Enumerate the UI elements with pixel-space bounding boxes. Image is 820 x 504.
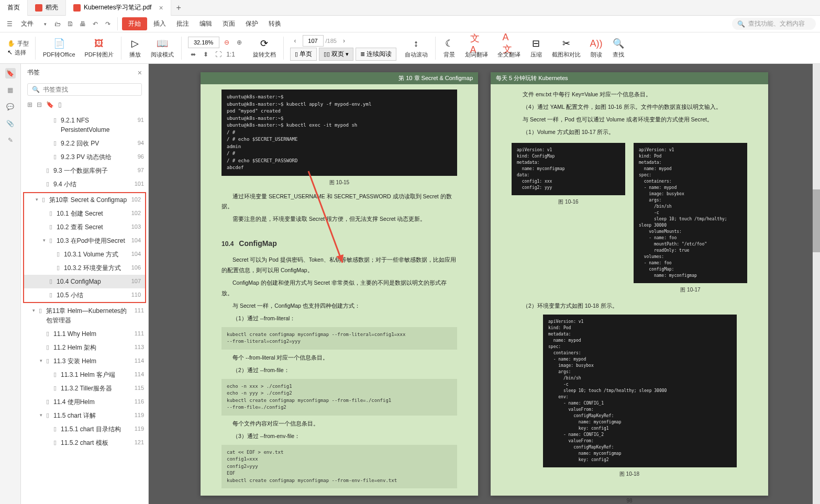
bookmark-icon: ▯ bbox=[49, 278, 57, 285]
bookmark-search-input[interactable] bbox=[43, 86, 137, 93]
bookmark-item[interactable]: ▯11.2 Helm 架构113 bbox=[21, 341, 148, 354]
actual-icon[interactable]: 1:1 bbox=[226, 49, 236, 60]
play-button[interactable]: ▷播放 bbox=[125, 36, 146, 60]
pdf-to-image[interactable]: 🖼PDF转图片 bbox=[81, 36, 118, 60]
page-menu[interactable]: 页面 bbox=[218, 17, 239, 30]
bookmark-icon: ▯ bbox=[42, 196, 49, 203]
speak-button[interactable]: A))朗读 bbox=[586, 36, 607, 60]
bookmark-item[interactable]: ▯11.3.2 Tiller服务器115 bbox=[21, 382, 148, 395]
menu-icon[interactable]: ☰ bbox=[4, 19, 15, 29]
attachment-rail-icon[interactable]: 📎 bbox=[5, 118, 16, 129]
bookmark-item[interactable]: ▾▯第10章 Secret & Configmap102 bbox=[24, 193, 145, 207]
open-icon[interactable]: 🗁 bbox=[52, 19, 63, 29]
zoom-out-icon[interactable]: ⊖ bbox=[221, 37, 232, 48]
zoom-input[interactable] bbox=[188, 37, 219, 48]
sidebar-close-icon[interactable]: × bbox=[138, 69, 142, 77]
tab-active-doc[interactable]: Kubernetes学习笔记.pdf× bbox=[66, 0, 171, 16]
compress-button[interactable]: ⊟压缩 bbox=[526, 36, 547, 60]
search-box[interactable]: 🔍查找功能、文档内容 bbox=[732, 18, 816, 30]
protect-menu[interactable]: 保护 bbox=[241, 17, 262, 30]
tab-docker[interactable]: 稻壳 bbox=[28, 0, 66, 16]
bookmark-search[interactable]: 🔍 bbox=[27, 83, 142, 96]
paragraph: ConfigMap 的创建和使用方式与 Secret 非常类似，主要的不同是数据… bbox=[221, 278, 457, 299]
background-button[interactable]: ☾背景 bbox=[439, 36, 460, 60]
bookmark-item[interactable]: ▯9.2.2 回收 PV94 bbox=[21, 137, 148, 150]
bookmark-item[interactable]: ▯10.2 查看 Secret103 bbox=[24, 220, 145, 234]
collapse-icon[interactable]: ⊟ bbox=[37, 101, 42, 108]
bookmark-item[interactable]: ▯10.5 小结110 bbox=[24, 288, 145, 302]
play-icon: ▷ bbox=[129, 37, 141, 50]
bookmark-item[interactable]: ▯9.2.1 NFS PersistentVolume91 bbox=[21, 114, 148, 137]
bookmark-item[interactable]: ▯9.4 小结101 bbox=[21, 177, 148, 191]
insert-menu[interactable]: 插入 bbox=[149, 17, 170, 30]
bookmark-item[interactable]: ▯11.1 Why Helm111 bbox=[21, 327, 148, 341]
scrollbar-thumb[interactable] bbox=[813, 189, 820, 252]
vertical-scrollbar[interactable] bbox=[813, 64, 820, 504]
bookmark-icon[interactable]: ▯ bbox=[58, 101, 62, 108]
expand-icon[interactable]: ⊞ bbox=[27, 101, 32, 108]
comment-rail-icon[interactable]: 💬 bbox=[5, 102, 16, 112]
thumbnail-rail-icon[interactable]: ▦ bbox=[5, 85, 16, 95]
bookmark-item[interactable]: ▯11.5.2 chart 模板121 bbox=[21, 436, 148, 450]
tab-home[interactable]: 首页 bbox=[0, 0, 28, 16]
undo-icon[interactable]: ↶ bbox=[90, 19, 101, 29]
tab-add-button[interactable]: + bbox=[171, 3, 186, 13]
double-page-button[interactable]: ▯▯ 双页▾ bbox=[319, 48, 353, 61]
find-button[interactable]: 🔍查找 bbox=[608, 36, 629, 60]
pointer-icon[interactable]: ↖ bbox=[7, 49, 13, 56]
start-menu[interactable]: 开始 bbox=[122, 17, 147, 30]
red-arrow-annotation bbox=[306, 169, 353, 273]
bookmark-item[interactable]: ▾▯11.3 安装 Helm114 bbox=[21, 354, 148, 368]
fit-page-icon[interactable]: ⬍ bbox=[201, 49, 211, 60]
side-rail: 🔖 ▦ 💬 📎 ✎ bbox=[0, 64, 21, 504]
continuous-button[interactable]: ≣ 连续阅读 bbox=[356, 48, 396, 61]
bookmark-item[interactable]: ▾▯11.5 chart 详解119 bbox=[21, 409, 148, 422]
pdf-to-office[interactable]: 📄PDF转Office bbox=[39, 36, 80, 60]
bookmark-item[interactable]: ▯10.3.1 Volume 方式104 bbox=[24, 248, 145, 261]
page-input[interactable] bbox=[303, 35, 324, 47]
read-mode[interactable]: 📖阅读模式 bbox=[147, 36, 178, 60]
bookmark-item[interactable]: ▯9.2.3 PV 动态供给96 bbox=[21, 150, 148, 164]
prev-page-icon[interactable]: ‹ bbox=[290, 36, 301, 46]
hand-label[interactable]: 手型 bbox=[17, 40, 29, 48]
auto-scroll[interactable]: ↕自动滚动 bbox=[401, 36, 432, 60]
bookmark-item[interactable]: ▾▯第11章 Helm—Kubernetes的包管理器111 bbox=[21, 304, 148, 327]
single-page-button[interactable]: ▯ 单页 bbox=[290, 48, 317, 61]
caret-icon: ▾ bbox=[32, 308, 39, 313]
fit-width-icon[interactable]: ⬌ bbox=[188, 49, 198, 60]
select-label[interactable]: 选择 bbox=[15, 49, 26, 57]
document-viewport[interactable]: 第 10 章 Secret & Configmap ubuntu@k8s-mas… bbox=[149, 64, 820, 504]
bookmark-item[interactable]: ▯10.3.2 环境变量方式106 bbox=[24, 261, 145, 275]
zoom-in-icon[interactable]: ⊕ bbox=[234, 37, 245, 48]
bookmark-add-icon[interactable]: 🔖 bbox=[46, 101, 54, 108]
chevron-down-icon[interactable]: ▾ bbox=[40, 19, 50, 29]
hand-icon[interactable]: ✋ bbox=[7, 40, 15, 47]
bookmark-item[interactable]: ▯9.3 一个数据库例子97 bbox=[21, 164, 148, 177]
bookmark-item[interactable]: ▯10.4 ConfigMap107 bbox=[24, 275, 145, 288]
full-translate[interactable]: A文全文翻译 bbox=[493, 36, 525, 60]
bookmark-rail-icon[interactable]: 🔖 bbox=[5, 68, 16, 79]
fit-icon[interactable]: ⛶ bbox=[213, 49, 224, 60]
edit-menu[interactable]: 编辑 bbox=[195, 17, 216, 30]
print-icon[interactable]: 🖶 bbox=[77, 19, 88, 29]
bookmark-item[interactable]: ▯11.4 使用Helm116 bbox=[21, 395, 148, 409]
tools-rail-icon[interactable]: ✎ bbox=[5, 135, 16, 145]
close-icon[interactable]: × bbox=[159, 4, 163, 12]
bookmark-item[interactable]: ▯11.3.1 Helm 客户端114 bbox=[21, 368, 148, 382]
file-menu[interactable]: 文件 bbox=[17, 17, 38, 30]
rotate-button[interactable]: ⟳旋转文档 bbox=[249, 36, 280, 60]
bookmark-icon: ▯ bbox=[53, 439, 61, 446]
annotate-menu[interactable]: 批注 bbox=[172, 17, 193, 30]
bookmark-text: 11.5.2 chart 模板 bbox=[61, 438, 135, 447]
bookmark-icon: ▯ bbox=[46, 398, 53, 405]
share-icon[interactable]: 🖻 bbox=[65, 19, 75, 29]
crop-button[interactable]: ✂截图和对比 bbox=[548, 36, 585, 60]
bookmark-item[interactable]: ▾▯10.3 在Pod中使用Secret104 bbox=[24, 234, 145, 248]
next-page-icon[interactable]: › bbox=[339, 36, 349, 46]
bookmark-item[interactable]: ▯10.1 创建 Secret102 bbox=[24, 207, 145, 220]
redo-icon[interactable]: ↷ bbox=[103, 19, 113, 29]
word-translate[interactable]: 文A划词翻译 bbox=[461, 36, 492, 60]
bookmark-icon: ▯ bbox=[49, 210, 57, 217]
convert-menu[interactable]: 转换 bbox=[264, 17, 285, 30]
bookmark-item[interactable]: ▯11.5.1 chart 目录结构119 bbox=[21, 422, 148, 436]
